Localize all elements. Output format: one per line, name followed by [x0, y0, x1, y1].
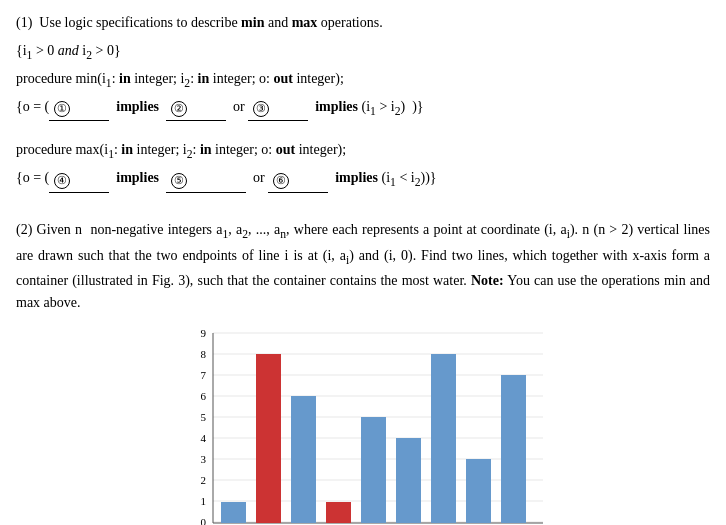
blank-1: ①	[49, 95, 109, 121]
proc-max-body: {o = ( ④ implies ⑤ or ⑥ implies (i1 < i2…	[16, 165, 710, 193]
bar-0	[221, 502, 246, 523]
svg-text:8: 8	[201, 348, 207, 360]
svg-text:4: 4	[201, 432, 207, 444]
bar-8	[501, 375, 526, 523]
note-label: Note:	[471, 273, 504, 288]
svg-text:3: 3	[201, 453, 207, 465]
blank-6: ⑥	[268, 167, 328, 193]
constraint-line: {i1 > 0 and i2 > 0}	[16, 40, 710, 65]
bar-chart: 9 8 7 6 5 4 3 2 1 0	[173, 323, 553, 525]
blank-5: ⑤	[166, 167, 246, 193]
blank-4: ④	[49, 167, 109, 193]
svg-text:0: 0	[201, 516, 207, 525]
bar-2	[291, 396, 316, 523]
svg-text:1: 1	[201, 495, 207, 507]
section-1: (1) Use logic specifications to describe…	[16, 12, 710, 193]
circle-2: ②	[171, 101, 187, 117]
circle-6: ⑥	[273, 173, 289, 189]
sub-1: 1	[27, 49, 33, 62]
circle-5: ⑤	[171, 173, 187, 189]
svg-text:9: 9	[201, 327, 207, 339]
blank-3: ③	[248, 95, 308, 121]
svg-text:2: 2	[201, 474, 207, 486]
bar-5	[396, 438, 421, 523]
bar-4	[361, 417, 386, 523]
chart-container: 9 8 7 6 5 4 3 2 1 0	[173, 323, 553, 525]
bar-1	[256, 354, 281, 523]
proc-min-body: {o = ( ① implies ② or ③ implies (i1 > i2…	[16, 94, 710, 122]
proc-max-signature: procedure max(i1: in integer; i2: in int…	[16, 137, 710, 165]
circle-1: ①	[54, 101, 70, 117]
and-text: and	[58, 43, 79, 58]
svg-text:7: 7	[201, 369, 207, 381]
s1-bold-min: min	[241, 15, 264, 30]
bar-6	[431, 354, 456, 523]
s1-bold-max: max	[292, 15, 318, 30]
bar-7	[466, 459, 491, 523]
svg-text:6: 6	[201, 390, 207, 402]
svg-text:5: 5	[201, 411, 207, 423]
sub-2: 2	[86, 49, 92, 62]
bar-3	[326, 502, 351, 523]
blank-2: ②	[166, 95, 226, 121]
proc-min-signature: procedure min(i1: in integer; i2: in int…	[16, 66, 710, 94]
main-content: (1) Use logic specifications to describe…	[16, 12, 710, 525]
circle-4: ④	[54, 173, 70, 189]
s1-heading: (1) Use logic specifications to describe…	[16, 12, 710, 34]
circle-3: ③	[253, 101, 269, 117]
section-2: (2) Given n non-negative integers a1, a2…	[16, 219, 710, 525]
s2-text: (2) Given n non-negative integers a1, a2…	[16, 219, 710, 315]
